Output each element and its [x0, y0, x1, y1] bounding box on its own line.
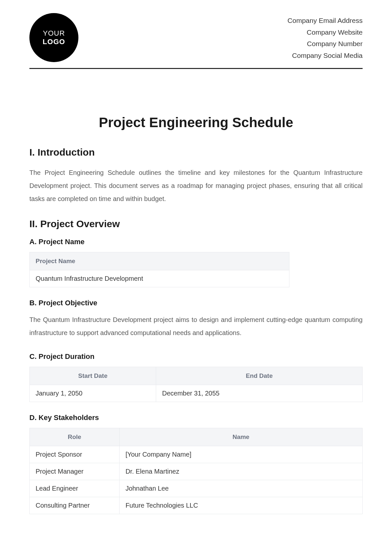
stakeholder-role: Project Sponsor	[30, 446, 120, 463]
company-social: Company Social Media	[287, 50, 363, 61]
document-title: Project Engineering Schedule	[29, 115, 363, 130]
project-name-value: Quantum Infrastructure Development	[30, 270, 289, 287]
table-row: Lead Engineer Johnathan Lee	[30, 480, 363, 497]
company-number: Company Number	[287, 38, 363, 50]
table-row: January 1, 2050 December 31, 2055	[30, 385, 363, 402]
duration-table: Start Date End Date January 1, 2050 Dece…	[29, 367, 363, 402]
table-row: Project Sponsor [Your Company Name]	[30, 446, 363, 463]
table-row: Consulting Partner Future Technologies L…	[30, 497, 363, 514]
company-website: Company Website	[287, 26, 363, 38]
subsection-duration-heading: C. Project Duration	[29, 352, 363, 361]
section-introduction-heading: I. Introduction	[29, 147, 363, 158]
duration-header-start: Start Date	[30, 367, 156, 385]
project-name-header: Project Name	[30, 252, 289, 270]
subsection-objective-heading: B. Project Objective	[29, 299, 363, 307]
company-info-block: Company Email Address Company Website Co…	[287, 13, 363, 61]
duration-end-value: December 31, 2055	[156, 385, 363, 402]
stakeholder-role: Consulting Partner	[30, 497, 120, 514]
stakeholder-name: Dr. Elena Martinez	[120, 463, 363, 480]
logo-text-line2: LOGO	[43, 38, 65, 46]
subsection-project-name-heading: A. Project Name	[29, 238, 363, 246]
company-email: Company Email Address	[287, 15, 363, 26]
stakeholder-name: Johnathan Lee	[120, 480, 363, 497]
stakeholder-role: Lead Engineer	[30, 480, 120, 497]
stakeholders-header-name: Name	[120, 428, 363, 446]
stakeholder-name: Future Technologies LLC	[120, 497, 363, 514]
stakeholders-table: Role Name Project Sponsor [Your Company …	[29, 428, 363, 514]
table-row: Quantum Infrastructure Development	[30, 270, 289, 287]
table-row: Project Manager Dr. Elena Martinez	[30, 463, 363, 480]
introduction-body: The Project Engineering Schedule outline…	[29, 166, 363, 205]
header-divider	[29, 68, 363, 69]
stakeholder-name: [Your Company Name]	[120, 446, 363, 463]
stakeholders-header-role: Role	[30, 428, 120, 446]
logo-placeholder: YOUR LOGO	[29, 13, 78, 62]
section-overview-heading: II. Project Overview	[29, 218, 363, 229]
objective-body: The Quantum Infrastructure Development p…	[29, 313, 363, 339]
duration-start-value: January 1, 2050	[30, 385, 156, 402]
header-row: YOUR LOGO Company Email Address Company …	[29, 13, 363, 62]
duration-header-end: End Date	[156, 367, 363, 385]
subsection-stakeholders-heading: D. Key Stakeholders	[29, 413, 363, 422]
logo-text-line1: YOUR	[43, 29, 65, 38]
project-name-table: Project Name Quantum Infrastructure Deve…	[29, 252, 289, 287]
stakeholder-role: Project Manager	[30, 463, 120, 480]
